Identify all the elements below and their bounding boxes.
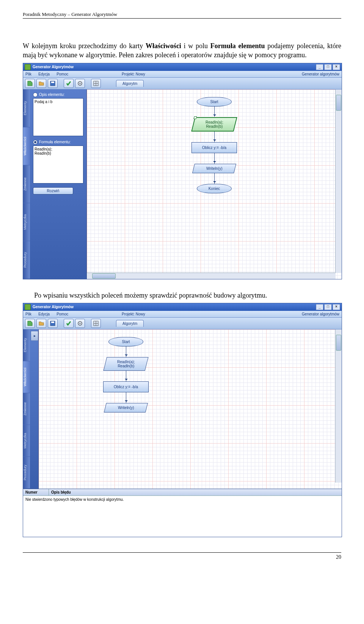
svg-rect-2 xyxy=(51,82,54,83)
app-window-2: Generator Algorytmów _ □ × Plik Edycja P… xyxy=(23,303,342,537)
vtab-elementy[interactable]: Elementy xyxy=(23,89,30,127)
project-name: Nowy xyxy=(136,312,145,316)
app-icon xyxy=(25,64,31,70)
svg-marker-0 xyxy=(28,81,32,86)
new-button[interactable] xyxy=(25,319,35,328)
arrow-icon xyxy=(214,153,215,164)
maximize-button[interactable]: □ xyxy=(324,64,332,70)
error-panel: Numer Opis błędu Nie stwierdzono typowyc… xyxy=(23,489,342,537)
error-body: Nie stwierdzono typowych błędów w konstr… xyxy=(23,496,342,537)
check-button[interactable] xyxy=(64,319,74,328)
save-button[interactable] xyxy=(48,79,58,88)
p1-pre: W kolejnym kroku przechodzimy do karty xyxy=(23,42,146,50)
vtab-procedury[interactable]: Procedury xyxy=(23,457,30,489)
vtab-metryczka[interactable]: Metryczka xyxy=(23,425,30,457)
open-button[interactable] xyxy=(36,319,46,328)
menu-plik[interactable]: Plik xyxy=(25,312,31,316)
project-label: Projekt: Nowy xyxy=(122,312,145,316)
paragraph-1: W kolejnym kroku przechodzimy do karty W… xyxy=(23,41,341,60)
vtab-zmienne[interactable]: Zmienne xyxy=(23,165,30,203)
window-title: Generator Algorytmów xyxy=(33,65,74,69)
node-calc[interactable]: Oblicz y:= -b/a xyxy=(191,142,237,153)
menu-plik[interactable]: Plik xyxy=(25,72,31,76)
menubar: Plik Edycja Pomoc Projekt: Nowy Generato… xyxy=(23,311,342,318)
col-numer[interactable]: Numer xyxy=(23,489,49,495)
settings-button[interactable] xyxy=(75,79,85,88)
node-start[interactable]: Start xyxy=(197,97,232,107)
maximize-button[interactable]: □ xyxy=(324,304,332,310)
project-label: Projekt: Nowy xyxy=(122,72,145,76)
scrollbar-vertical[interactable] xyxy=(335,89,342,273)
tab-algorytm[interactable]: Algorytm xyxy=(116,320,144,327)
svg-rect-10 xyxy=(51,321,54,323)
page-footer: 20 xyxy=(23,552,341,560)
node-start[interactable]: Start xyxy=(108,337,143,346)
tab-algorytm[interactable]: Algorytm xyxy=(116,80,144,87)
arrow-icon xyxy=(214,132,215,142)
project-label-text: Projekt: xyxy=(122,312,135,316)
opis-label-text: Opis elementu: xyxy=(39,93,64,97)
scrollbar-horizontal[interactable] xyxy=(87,273,336,279)
app-icon xyxy=(25,304,31,310)
grid-button[interactable] xyxy=(91,319,101,328)
page-number: 20 xyxy=(336,554,341,560)
flowchart-canvas[interactable]: Start Readln(a); Readln(b) Oblicz y:= -b… xyxy=(39,329,342,489)
grid-button[interactable] xyxy=(91,79,101,88)
toolbar: Algorytm xyxy=(23,78,342,89)
node-read[interactable]: Readln(a); Readln(b) xyxy=(104,357,149,371)
vtab-zmienne[interactable]: Zmienne xyxy=(23,393,30,425)
vtab-wlasciwosci[interactable]: Właściwości xyxy=(23,361,30,393)
menubar: Plik Edycja Pomoc Projekt: Nowy Generato… xyxy=(23,71,342,78)
scrollbar-vertical[interactable] xyxy=(335,329,342,483)
vertical-tabs: Elementy Właściwości Zmienne Metryczka P… xyxy=(23,329,30,489)
vtab-procedury[interactable]: Procedury xyxy=(23,241,30,279)
menu-edycja[interactable]: Edycja xyxy=(38,72,50,76)
page-header: Poradnik Metodyczny – Generator Algorytm… xyxy=(23,11,341,19)
col-opis[interactable]: Opis błędu xyxy=(49,489,342,495)
node-read[interactable]: Readln(a); Readln(b) xyxy=(191,117,237,132)
radio-formula[interactable] xyxy=(33,140,38,144)
arrow-icon xyxy=(214,173,215,184)
node-write[interactable]: Writeln(y) xyxy=(104,403,148,412)
node-calc[interactable]: Oblicz y:= -b/a xyxy=(103,381,149,392)
svg-point-4 xyxy=(80,83,81,84)
menu-edycja[interactable]: Edycja xyxy=(38,312,50,316)
vtab-metryczka[interactable]: Metryczka xyxy=(23,203,30,241)
arrow-icon xyxy=(126,392,126,403)
properties-panel: Opis elementu: Podaj a i b Formuła eleme… xyxy=(30,89,87,279)
node-end[interactable]: Koniec xyxy=(197,184,232,193)
opis-label[interactable]: Opis elementu: xyxy=(33,93,83,97)
open-button[interactable] xyxy=(36,79,46,88)
p1-bold1: Właściwości xyxy=(146,42,181,50)
minimize-button[interactable]: _ xyxy=(316,64,323,70)
vtab-elementy[interactable]: Elementy xyxy=(23,329,30,361)
close-button[interactable]: × xyxy=(333,64,340,70)
save-button[interactable] xyxy=(48,319,58,328)
close-button[interactable]: × xyxy=(333,304,340,310)
new-button[interactable] xyxy=(25,79,35,88)
formula-label[interactable]: Formuła elementu: xyxy=(33,140,83,144)
error-header: Numer Opis błędu xyxy=(23,489,342,496)
p1-mid: i w polu xyxy=(181,42,210,50)
rozwin-button[interactable]: Rozwiń xyxy=(33,187,73,194)
vertical-tabs: Elementy Właściwości Zmienne Metryczka P… xyxy=(23,89,30,279)
project-name: Nowy xyxy=(136,72,145,76)
expand-sidebar-button[interactable]: ▸ xyxy=(31,331,38,341)
minimize-button[interactable]: _ xyxy=(316,304,323,310)
formula-textarea[interactable]: Readln(a); Readln(b) xyxy=(33,146,83,183)
paragraph-2: Po wpisaniu wszystkich poleceń możemy sp… xyxy=(23,291,341,300)
vtab-wlasciwosci[interactable]: Właściwości xyxy=(23,127,30,165)
menu-pomoc[interactable]: Pomoc xyxy=(56,312,68,316)
arrow-icon xyxy=(126,371,126,381)
opis-textarea[interactable]: Podaj a i b xyxy=(33,98,83,136)
check-button[interactable] xyxy=(64,79,74,88)
menu-pomoc[interactable]: Pomoc xyxy=(56,72,68,76)
brand-label: Generator algorytmów xyxy=(302,72,339,76)
titlebar: Generator Algorytmów _ □ × xyxy=(23,303,342,311)
app-window-1: Generator Algorytmów _ □ × Plik Edycja P… xyxy=(23,63,342,279)
node-write[interactable]: Writeln(y) xyxy=(192,164,236,173)
radio-opis[interactable] xyxy=(33,93,38,97)
flowchart-canvas[interactable]: Start Readln(a); Readln(b) Oblicz y:= -b… xyxy=(87,89,342,279)
settings-button[interactable] xyxy=(75,319,85,328)
error-message: Nie stwierdzono typowych błędów w konstr… xyxy=(25,497,124,502)
